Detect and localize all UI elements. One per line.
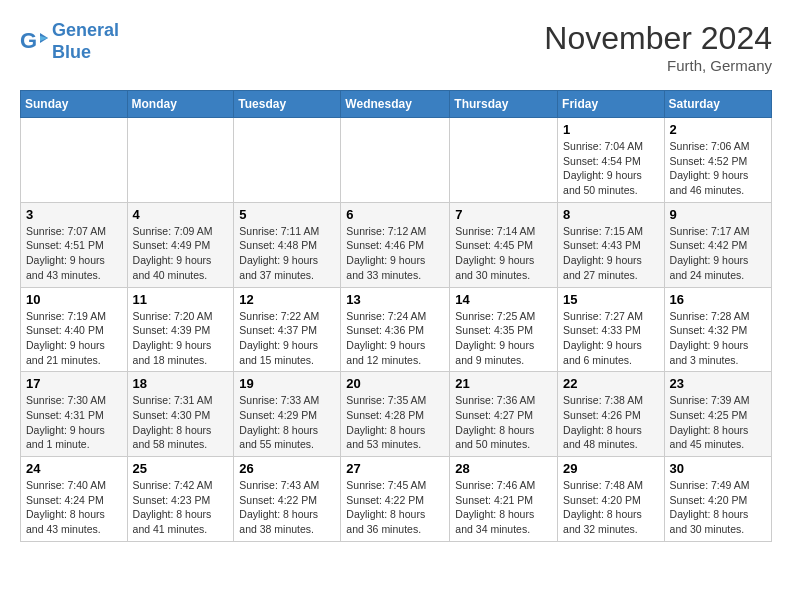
svg-text:G: G — [20, 28, 37, 53]
calendar-cell: 11Sunrise: 7:20 AM Sunset: 4:39 PM Dayli… — [127, 287, 234, 372]
day-info: Sunrise: 7:36 AM Sunset: 4:27 PM Dayligh… — [455, 393, 552, 452]
title-block: November 2024 Furth, Germany — [544, 20, 772, 74]
day-number: 10 — [26, 292, 122, 307]
calendar-cell: 1Sunrise: 7:04 AM Sunset: 4:54 PM Daylig… — [558, 118, 665, 203]
day-number: 30 — [670, 461, 766, 476]
logo-icon: G — [20, 28, 48, 56]
day-info: Sunrise: 7:40 AM Sunset: 4:24 PM Dayligh… — [26, 478, 122, 537]
day-info: Sunrise: 7:35 AM Sunset: 4:28 PM Dayligh… — [346, 393, 444, 452]
day-number: 4 — [133, 207, 229, 222]
calendar-cell: 21Sunrise: 7:36 AM Sunset: 4:27 PM Dayli… — [450, 372, 558, 457]
calendar-body: 1Sunrise: 7:04 AM Sunset: 4:54 PM Daylig… — [21, 118, 772, 542]
calendar-header-row: SundayMondayTuesdayWednesdayThursdayFrid… — [21, 91, 772, 118]
day-number: 24 — [26, 461, 122, 476]
day-number: 1 — [563, 122, 659, 137]
calendar-cell: 7Sunrise: 7:14 AM Sunset: 4:45 PM Daylig… — [450, 202, 558, 287]
calendar-week-5: 24Sunrise: 7:40 AM Sunset: 4:24 PM Dayli… — [21, 457, 772, 542]
day-number: 20 — [346, 376, 444, 391]
day-number: 16 — [670, 292, 766, 307]
day-number: 22 — [563, 376, 659, 391]
calendar-cell: 2Sunrise: 7:06 AM Sunset: 4:52 PM Daylig… — [664, 118, 771, 203]
day-info: Sunrise: 7:22 AM Sunset: 4:37 PM Dayligh… — [239, 309, 335, 368]
month-title: November 2024 — [544, 20, 772, 57]
day-number: 17 — [26, 376, 122, 391]
calendar-cell: 13Sunrise: 7:24 AM Sunset: 4:36 PM Dayli… — [341, 287, 450, 372]
calendar-cell — [234, 118, 341, 203]
calendar-cell: 30Sunrise: 7:49 AM Sunset: 4:20 PM Dayli… — [664, 457, 771, 542]
calendar-week-2: 3Sunrise: 7:07 AM Sunset: 4:51 PM Daylig… — [21, 202, 772, 287]
day-number: 6 — [346, 207, 444, 222]
calendar-cell — [450, 118, 558, 203]
day-info: Sunrise: 7:09 AM Sunset: 4:49 PM Dayligh… — [133, 224, 229, 283]
day-number: 26 — [239, 461, 335, 476]
day-info: Sunrise: 7:45 AM Sunset: 4:22 PM Dayligh… — [346, 478, 444, 537]
day-info: Sunrise: 7:12 AM Sunset: 4:46 PM Dayligh… — [346, 224, 444, 283]
day-number: 12 — [239, 292, 335, 307]
day-info: Sunrise: 7:38 AM Sunset: 4:26 PM Dayligh… — [563, 393, 659, 452]
calendar-cell: 26Sunrise: 7:43 AM Sunset: 4:22 PM Dayli… — [234, 457, 341, 542]
day-info: Sunrise: 7:15 AM Sunset: 4:43 PM Dayligh… — [563, 224, 659, 283]
day-header-sunday: Sunday — [21, 91, 128, 118]
day-number: 18 — [133, 376, 229, 391]
day-header-wednesday: Wednesday — [341, 91, 450, 118]
calendar-cell — [341, 118, 450, 203]
calendar-cell: 25Sunrise: 7:42 AM Sunset: 4:23 PM Dayli… — [127, 457, 234, 542]
calendar-cell: 23Sunrise: 7:39 AM Sunset: 4:25 PM Dayli… — [664, 372, 771, 457]
day-header-thursday: Thursday — [450, 91, 558, 118]
day-number: 29 — [563, 461, 659, 476]
day-number: 28 — [455, 461, 552, 476]
page-header: G General Blue November 2024 Furth, Germ… — [20, 20, 772, 74]
calendar-cell: 12Sunrise: 7:22 AM Sunset: 4:37 PM Dayli… — [234, 287, 341, 372]
day-info: Sunrise: 7:14 AM Sunset: 4:45 PM Dayligh… — [455, 224, 552, 283]
calendar-cell: 29Sunrise: 7:48 AM Sunset: 4:20 PM Dayli… — [558, 457, 665, 542]
day-info: Sunrise: 7:04 AM Sunset: 4:54 PM Dayligh… — [563, 139, 659, 198]
calendar-cell — [21, 118, 128, 203]
calendar-cell: 20Sunrise: 7:35 AM Sunset: 4:28 PM Dayli… — [341, 372, 450, 457]
day-info: Sunrise: 7:48 AM Sunset: 4:20 PM Dayligh… — [563, 478, 659, 537]
day-info: Sunrise: 7:17 AM Sunset: 4:42 PM Dayligh… — [670, 224, 766, 283]
calendar-cell: 15Sunrise: 7:27 AM Sunset: 4:33 PM Dayli… — [558, 287, 665, 372]
day-info: Sunrise: 7:20 AM Sunset: 4:39 PM Dayligh… — [133, 309, 229, 368]
day-info: Sunrise: 7:28 AM Sunset: 4:32 PM Dayligh… — [670, 309, 766, 368]
calendar-cell — [127, 118, 234, 203]
day-number: 23 — [670, 376, 766, 391]
day-number: 11 — [133, 292, 229, 307]
day-info: Sunrise: 7:43 AM Sunset: 4:22 PM Dayligh… — [239, 478, 335, 537]
calendar-cell: 16Sunrise: 7:28 AM Sunset: 4:32 PM Dayli… — [664, 287, 771, 372]
day-number: 13 — [346, 292, 444, 307]
day-info: Sunrise: 7:31 AM Sunset: 4:30 PM Dayligh… — [133, 393, 229, 452]
calendar-cell: 3Sunrise: 7:07 AM Sunset: 4:51 PM Daylig… — [21, 202, 128, 287]
calendar-cell: 27Sunrise: 7:45 AM Sunset: 4:22 PM Dayli… — [341, 457, 450, 542]
day-info: Sunrise: 7:30 AM Sunset: 4:31 PM Dayligh… — [26, 393, 122, 452]
day-number: 21 — [455, 376, 552, 391]
day-info: Sunrise: 7:33 AM Sunset: 4:29 PM Dayligh… — [239, 393, 335, 452]
calendar-week-1: 1Sunrise: 7:04 AM Sunset: 4:54 PM Daylig… — [21, 118, 772, 203]
calendar-cell: 28Sunrise: 7:46 AM Sunset: 4:21 PM Dayli… — [450, 457, 558, 542]
day-info: Sunrise: 7:27 AM Sunset: 4:33 PM Dayligh… — [563, 309, 659, 368]
calendar-week-3: 10Sunrise: 7:19 AM Sunset: 4:40 PM Dayli… — [21, 287, 772, 372]
day-number: 5 — [239, 207, 335, 222]
day-number: 3 — [26, 207, 122, 222]
day-number: 7 — [455, 207, 552, 222]
day-number: 8 — [563, 207, 659, 222]
calendar-cell: 22Sunrise: 7:38 AM Sunset: 4:26 PM Dayli… — [558, 372, 665, 457]
calendar-cell: 19Sunrise: 7:33 AM Sunset: 4:29 PM Dayli… — [234, 372, 341, 457]
location: Furth, Germany — [544, 57, 772, 74]
calendar-cell: 24Sunrise: 7:40 AM Sunset: 4:24 PM Dayli… — [21, 457, 128, 542]
calendar-cell: 4Sunrise: 7:09 AM Sunset: 4:49 PM Daylig… — [127, 202, 234, 287]
day-header-monday: Monday — [127, 91, 234, 118]
day-header-friday: Friday — [558, 91, 665, 118]
calendar-cell: 5Sunrise: 7:11 AM Sunset: 4:48 PM Daylig… — [234, 202, 341, 287]
day-number: 2 — [670, 122, 766, 137]
calendar-cell: 6Sunrise: 7:12 AM Sunset: 4:46 PM Daylig… — [341, 202, 450, 287]
calendar-cell: 14Sunrise: 7:25 AM Sunset: 4:35 PM Dayli… — [450, 287, 558, 372]
calendar-cell: 18Sunrise: 7:31 AM Sunset: 4:30 PM Dayli… — [127, 372, 234, 457]
day-number: 14 — [455, 292, 552, 307]
day-info: Sunrise: 7:46 AM Sunset: 4:21 PM Dayligh… — [455, 478, 552, 537]
logo-text: General Blue — [52, 20, 119, 63]
day-info: Sunrise: 7:07 AM Sunset: 4:51 PM Dayligh… — [26, 224, 122, 283]
calendar-cell: 10Sunrise: 7:19 AM Sunset: 4:40 PM Dayli… — [21, 287, 128, 372]
calendar-table: SundayMondayTuesdayWednesdayThursdayFrid… — [20, 90, 772, 542]
calendar-cell: 8Sunrise: 7:15 AM Sunset: 4:43 PM Daylig… — [558, 202, 665, 287]
day-info: Sunrise: 7:06 AM Sunset: 4:52 PM Dayligh… — [670, 139, 766, 198]
